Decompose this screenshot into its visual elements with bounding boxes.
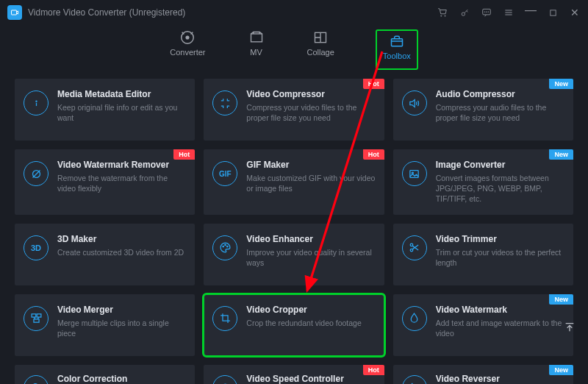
tool-desc: Improve your video quality in several wa… bbox=[246, 247, 375, 268]
svg-point-7 bbox=[488, 12, 489, 13]
svg-point-18 bbox=[223, 246, 223, 246]
tool-title: 3D Maker bbox=[57, 234, 186, 244]
tool-video-cropper[interactable]: Video CropperCrop the redundant video fo… bbox=[204, 294, 384, 356]
tool-title: Video Compressor bbox=[246, 89, 375, 99]
tab-label: Converter bbox=[170, 48, 205, 57]
tool-desc: Remove the watermark from the video flex… bbox=[57, 173, 186, 193]
speed-icon bbox=[212, 375, 237, 384]
tab-label: Collage bbox=[307, 48, 334, 57]
color-icon bbox=[24, 375, 49, 384]
svg-point-20 bbox=[226, 246, 227, 246]
tool-title: Media Metadata Editor bbox=[57, 89, 186, 99]
close-button[interactable]: ✕ bbox=[569, 7, 581, 18]
toolbox-icon bbox=[387, 33, 406, 49]
titlebar: Vidmore Video Converter (Unregistered) —… bbox=[0, 0, 588, 25]
remove-watermark-icon bbox=[24, 161, 49, 186]
svg-rect-16 bbox=[410, 170, 418, 177]
hot-badge: Hot bbox=[363, 79, 384, 89]
merge-icon bbox=[24, 306, 49, 331]
svg-point-3 bbox=[462, 12, 465, 15]
tool-title: Video Merger bbox=[57, 305, 186, 315]
new-badge: New bbox=[549, 79, 573, 89]
reverse-icon bbox=[402, 375, 427, 384]
tool-video-trimmer[interactable]: Video TrimmerTrim or cut your videos to … bbox=[393, 224, 573, 285]
mv-icon bbox=[247, 29, 266, 46]
hot-badge: Hot bbox=[363, 365, 384, 375]
tool-desc: Make customized GIF with your video or i… bbox=[246, 173, 375, 193]
tool-video-watermark-remover[interactable]: Hot Video Watermark RemoverRemove the wa… bbox=[15, 149, 195, 215]
menu-icon[interactable] bbox=[503, 7, 514, 18]
tool-title: Video Reverser bbox=[436, 374, 564, 384]
svg-rect-0 bbox=[12, 10, 17, 15]
gif-icon: GIF bbox=[212, 161, 237, 186]
tool-video-watermark[interactable]: New Video WatermarkAdd text and image wa… bbox=[393, 294, 573, 356]
crop-icon bbox=[212, 306, 237, 331]
tool-title: Audio Compressor bbox=[436, 89, 564, 99]
tool-title: Video Enhancer bbox=[246, 234, 375, 244]
tool-title: Video Watermark Remover bbox=[57, 160, 186, 170]
tool-desc: Add text and image watermark to the vide… bbox=[436, 318, 564, 338]
window-title: Vidmore Video Converter (Unregistered) bbox=[28, 7, 185, 18]
svg-point-19 bbox=[225, 244, 226, 245]
minimize-button[interactable]: — bbox=[525, 4, 537, 16]
collage-icon bbox=[311, 29, 330, 46]
main-tabs: Converter MV Collage Toolbox bbox=[0, 25, 588, 79]
maximize-button[interactable] bbox=[547, 7, 559, 18]
tool-video-compressor[interactable]: Hot Video CompressorCompress your video … bbox=[204, 79, 384, 141]
tool-title: Video Cropper bbox=[246, 305, 375, 315]
svg-point-21 bbox=[410, 243, 413, 246]
tool-gif-maker[interactable]: Hot GIF GIF MakerMake customized GIF wit… bbox=[204, 149, 384, 215]
tab-converter[interactable]: Converter bbox=[170, 29, 205, 70]
tool-desc: Compress your audio files to the proper … bbox=[436, 102, 564, 123]
image-icon bbox=[402, 161, 427, 186]
svg-rect-8 bbox=[550, 10, 555, 15]
tool-desc: Create customized 3D video from 2D bbox=[57, 247, 186, 257]
scroll-top-button[interactable] bbox=[562, 319, 578, 335]
scissors-icon bbox=[402, 235, 427, 260]
hot-badge: Hot bbox=[173, 149, 195, 160]
tab-label: Toolbox bbox=[383, 51, 411, 60]
tool-desc: Compress your video files to the proper … bbox=[246, 102, 375, 123]
svg-point-2 bbox=[445, 15, 445, 16]
tab-toolbox[interactable]: Toolbox bbox=[376, 29, 418, 70]
tool-media-metadata-editor[interactable]: Media Metadata EditorKeep original file … bbox=[15, 79, 195, 141]
cart-icon[interactable] bbox=[437, 7, 448, 18]
tool-video-merger[interactable]: Video MergerMerge multiple clips into a … bbox=[15, 294, 195, 356]
converter-icon bbox=[178, 29, 197, 46]
svg-point-1 bbox=[441, 15, 442, 16]
tool-title: Video Speed Controller bbox=[246, 374, 375, 384]
svg-point-14 bbox=[35, 101, 36, 102]
tab-label: MV bbox=[250, 48, 262, 57]
tool-desc: Trim or cut your videos to the perfect l… bbox=[436, 247, 564, 268]
tool-title: Video Watermark bbox=[436, 305, 564, 315]
palette-icon bbox=[212, 235, 237, 260]
tool-video-speed-controller[interactable]: Hot Video Speed Controller bbox=[204, 365, 384, 384]
svg-rect-24 bbox=[37, 314, 41, 317]
tool-color-correction[interactable]: Color Correction bbox=[15, 365, 195, 384]
svg-point-22 bbox=[410, 249, 413, 252]
svg-point-5 bbox=[484, 12, 485, 13]
app-logo-icon bbox=[7, 5, 22, 20]
tool-3d-maker[interactable]: 3D 3D MakerCreate customized 3D video fr… bbox=[15, 224, 195, 285]
3d-icon: 3D bbox=[24, 235, 49, 260]
tool-desc: Convert images formats between JPG/JPEG,… bbox=[436, 173, 564, 205]
tool-image-converter[interactable]: New Image ConverterConvert images format… bbox=[393, 149, 573, 215]
info-icon bbox=[24, 90, 49, 115]
new-badge: New bbox=[549, 294, 573, 305]
tool-video-enhancer[interactable]: Video EnhancerImprove your video quality… bbox=[204, 224, 384, 285]
tool-video-reverser[interactable]: New Video Reverser bbox=[393, 365, 573, 384]
tab-mv[interactable]: MV bbox=[247, 29, 266, 70]
tab-collage[interactable]: Collage bbox=[307, 29, 334, 70]
svg-rect-23 bbox=[32, 314, 36, 317]
svg-rect-13 bbox=[391, 39, 402, 46]
tool-desc: Merge multiple clips into a single piece bbox=[57, 318, 186, 338]
tool-desc: Crop the redundant video footage bbox=[246, 318, 375, 328]
tool-audio-compressor[interactable]: New Audio CompressorCompress your audio … bbox=[393, 79, 573, 141]
feedback-icon[interactable] bbox=[481, 7, 492, 18]
tool-desc: Keep original file info or edit as you w… bbox=[57, 102, 186, 123]
svg-rect-11 bbox=[251, 34, 262, 42]
svg-rect-25 bbox=[33, 319, 38, 322]
hot-badge: Hot bbox=[363, 149, 384, 160]
key-icon[interactable] bbox=[459, 7, 470, 18]
new-badge: New bbox=[549, 149, 573, 160]
